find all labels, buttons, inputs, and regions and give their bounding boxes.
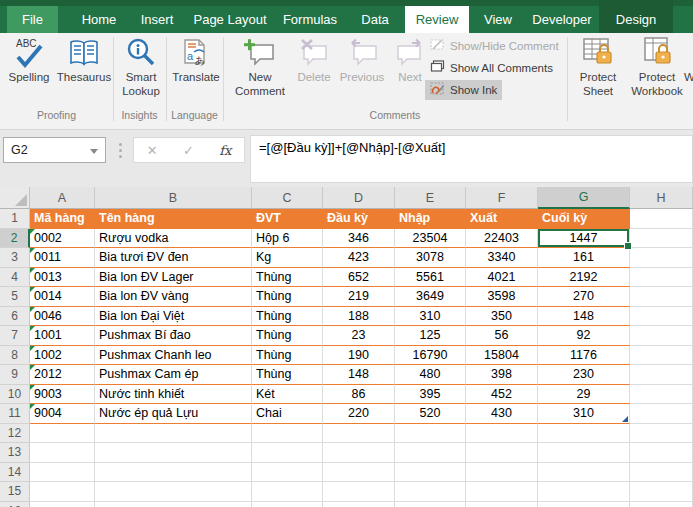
cell-D7[interactable]: 23	[323, 326, 395, 346]
cell-C16[interactable]	[252, 502, 323, 507]
column-header-C[interactable]: C	[252, 187, 323, 209]
cell-D15[interactable]	[323, 482, 395, 502]
cell-E4[interactable]: 5561	[395, 268, 466, 288]
row-header-5[interactable]: 5	[0, 287, 30, 307]
cell-D12[interactable]	[323, 424, 395, 444]
cell-F11[interactable]: 430	[466, 404, 538, 424]
cell-H13[interactable]	[630, 443, 693, 463]
cell-H11[interactable]	[630, 404, 693, 424]
enter-icon[interactable]: ✓	[183, 143, 194, 158]
cell-B8[interactable]: Pushmax Chanh leo	[95, 346, 252, 366]
cell-F2[interactable]: 22403	[466, 229, 538, 249]
previous-comment-button[interactable]: Previous	[336, 35, 388, 85]
cell-F9[interactable]: 398	[466, 365, 538, 385]
cancel-icon[interactable]: ✕	[147, 143, 158, 158]
tab-developer[interactable]: Developer	[527, 6, 597, 33]
cell-H16[interactable]	[630, 502, 693, 507]
cell-D5[interactable]: 219	[323, 287, 395, 307]
cell-G6[interactable]: 148	[538, 307, 630, 327]
tab-data[interactable]: Data	[350, 6, 400, 33]
cell-B5[interactable]: Bia lon ĐV vàng	[95, 287, 252, 307]
cell-C10[interactable]: Két	[252, 385, 323, 405]
cell-E3[interactable]: 3078	[395, 248, 466, 268]
row-header-15[interactable]: 15	[0, 482, 30, 502]
cell-A11[interactable]: 9004	[30, 404, 95, 424]
column-header-H[interactable]: H	[630, 187, 693, 209]
cell-F13[interactable]	[466, 443, 538, 463]
cell-C14[interactable]	[252, 463, 323, 483]
cell-A13[interactable]	[30, 443, 95, 463]
cell-C2[interactable]: Hộp 6	[252, 229, 323, 249]
protect-workbook-button[interactable]: Protect Workbook	[627, 35, 687, 99]
column-header-D[interactable]: D	[323, 187, 395, 209]
cell-G3[interactable]: 161	[538, 248, 630, 268]
tab-formulas[interactable]: Formulas	[277, 6, 343, 33]
cell-D14[interactable]	[323, 463, 395, 483]
row-header-3[interactable]: 3	[0, 248, 30, 268]
cell-G13[interactable]	[538, 443, 630, 463]
cell-A3[interactable]: 0011	[30, 248, 95, 268]
cell-F10[interactable]: 452	[466, 385, 538, 405]
thesaurus-button[interactable]: Thesaurus	[56, 35, 112, 85]
name-box[interactable]: G2	[3, 137, 106, 163]
cell-E1[interactable]: Nhập	[395, 209, 466, 229]
cell-G12[interactable]	[538, 424, 630, 444]
show-ink-button[interactable]: Show Ink	[425, 80, 502, 100]
row-header-11[interactable]: 11	[0, 404, 30, 424]
spelling-button[interactable]: ABC Spelling	[4, 35, 54, 85]
cell-F15[interactable]	[466, 482, 538, 502]
select-all-button[interactable]	[0, 187, 30, 209]
row-header-2[interactable]: 2	[0, 229, 30, 249]
cell-E13[interactable]	[395, 443, 466, 463]
cell-D16[interactable]	[323, 502, 395, 507]
cell-G2[interactable]: 1447	[538, 229, 630, 249]
cell-D8[interactable]: 190	[323, 346, 395, 366]
cell-B14[interactable]	[95, 463, 252, 483]
cell-B7[interactable]: Pushmax Bí đao	[95, 326, 252, 346]
cutoff-ribbon-button[interactable]: W	[684, 35, 693, 85]
new-comment-button[interactable]: New Comment	[229, 35, 291, 99]
cell-F7[interactable]: 56	[466, 326, 538, 346]
cell-E5[interactable]: 3649	[395, 287, 466, 307]
cell-E2[interactable]: 23504	[395, 229, 466, 249]
cell-B13[interactable]	[95, 443, 252, 463]
cell-H8[interactable]	[630, 346, 693, 366]
cell-D13[interactable]	[323, 443, 395, 463]
cell-G8[interactable]: 1176	[538, 346, 630, 366]
cell-D11[interactable]: 220	[323, 404, 395, 424]
cell-A4[interactable]: 0013	[30, 268, 95, 288]
cell-C11[interactable]: Chai	[252, 404, 323, 424]
cell-C8[interactable]: Thùng	[252, 346, 323, 366]
cell-A6[interactable]: 0046	[30, 307, 95, 327]
cell-E11[interactable]: 520	[395, 404, 466, 424]
cell-D9[interactable]: 148	[323, 365, 395, 385]
cell-G16[interactable]	[538, 502, 630, 507]
cell-H12[interactable]	[630, 424, 693, 444]
column-header-G[interactable]: G	[538, 187, 630, 209]
cell-G15[interactable]	[538, 482, 630, 502]
cell-H4[interactable]	[630, 268, 693, 288]
cell-H10[interactable]	[630, 385, 693, 405]
insert-function-icon[interactable]: fx	[219, 143, 231, 158]
row-header-7[interactable]: 7	[0, 326, 30, 346]
cell-A5[interactable]: 0014	[30, 287, 95, 307]
cell-B4[interactable]: Bia lon ĐV Lager	[95, 268, 252, 288]
cell-C12[interactable]	[252, 424, 323, 444]
column-header-A[interactable]: A	[30, 187, 95, 209]
cell-G14[interactable]	[538, 463, 630, 483]
tab-home[interactable]: Home	[72, 6, 126, 33]
tab-file[interactable]: File	[7, 6, 58, 33]
translate-button[interactable]: a あ Translate	[170, 35, 222, 85]
cell-C7[interactable]: Thùng	[252, 326, 323, 346]
cell-C9[interactable]: Thùng	[252, 365, 323, 385]
cell-B10[interactable]: Nước tinh khiết	[95, 385, 252, 405]
formula-input[interactable]: =[@[Đầu kỳ]]+[@Nhập]-[@Xuất]	[250, 135, 693, 183]
cell-C5[interactable]: Thùng	[252, 287, 323, 307]
cell-G4[interactable]: 2192	[538, 268, 630, 288]
row-header-6[interactable]: 6	[0, 307, 30, 327]
cell-C6[interactable]: Thùng	[252, 307, 323, 327]
cell-F8[interactable]: 15804	[466, 346, 538, 366]
cell-E10[interactable]: 395	[395, 385, 466, 405]
cell-A2[interactable]: 0002	[30, 229, 95, 249]
cell-D10[interactable]: 86	[323, 385, 395, 405]
